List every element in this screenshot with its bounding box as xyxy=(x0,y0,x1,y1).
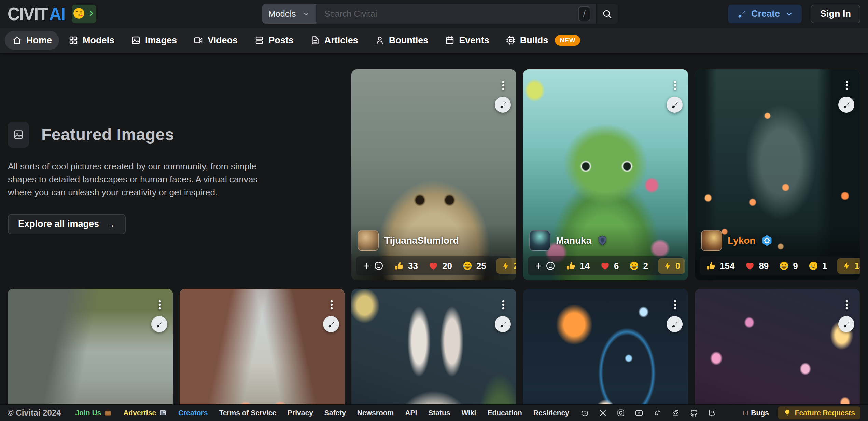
tiktok-icon[interactable] xyxy=(653,408,662,417)
avatar[interactable] xyxy=(358,230,379,251)
footer-link-education[interactable]: Education xyxy=(487,409,522,417)
card-image-electro-cat xyxy=(523,289,688,404)
remix-button[interactable] xyxy=(667,97,683,113)
reaction-zap[interactable]: 0 xyxy=(658,258,685,274)
reaction-heart[interactable]: 20 xyxy=(428,261,452,271)
instagram-icon[interactable] xyxy=(616,408,625,417)
avatar[interactable] xyxy=(529,230,550,251)
card-menu-button[interactable] xyxy=(667,75,683,96)
reaction-laugh[interactable]: 25 xyxy=(462,261,486,271)
civitai-home-page: CIVITAI Models / xyxy=(0,0,868,421)
reaction-zap[interactable]: 138 xyxy=(837,258,860,274)
main-content: Featured Images All sorts of cool pictur… xyxy=(0,53,868,404)
nav-item-images[interactable]: Images xyxy=(124,31,184,50)
sign-in-button[interactable]: Sign In xyxy=(811,5,860,23)
reaction-zap[interactable]: 20 xyxy=(496,258,516,274)
footer-link-advertise[interactable]: Advertise xyxy=(123,409,167,417)
twitch-icon[interactable] xyxy=(708,408,717,417)
nav-item-builds[interactable]: Builds NEW xyxy=(499,31,587,50)
reaction-laugh[interactable]: 2 xyxy=(629,261,648,271)
card-menu-button[interactable] xyxy=(839,75,855,96)
card-menu-button[interactable] xyxy=(495,75,512,96)
heart-count: 89 xyxy=(759,261,769,271)
add-reaction-button[interactable] xyxy=(534,261,556,271)
card-menu-button[interactable] xyxy=(152,294,168,315)
reaction-laugh[interactable]: 9 xyxy=(779,261,798,271)
image-card-rabbit[interactable] xyxy=(351,289,516,404)
footer-link-join-us[interactable]: Join Us xyxy=(75,409,112,417)
card-menu-button[interactable] xyxy=(323,294,340,315)
image-card-winged-kitten[interactable] xyxy=(695,289,860,404)
footer-link-creators[interactable]: Creators xyxy=(178,409,208,417)
create-button[interactable]: Create xyxy=(728,5,802,23)
reddit-icon[interactable] xyxy=(671,408,680,418)
github-icon[interactable] xyxy=(689,408,699,418)
remix-button[interactable] xyxy=(323,316,339,332)
reaction-like[interactable]: 154 xyxy=(706,261,734,271)
remix-button[interactable] xyxy=(495,97,511,113)
nav-item-bounties[interactable]: Bounties xyxy=(367,31,436,50)
youtube-icon[interactable] xyxy=(634,408,644,418)
discord-icon[interactable] xyxy=(580,408,589,418)
nav-item-home[interactable]: Home xyxy=(5,31,59,50)
card-overlay: Lykon 154 89 xyxy=(695,225,860,280)
avatar[interactable] xyxy=(701,230,722,251)
image-card-city-rat[interactable] xyxy=(180,289,345,404)
heart-icon xyxy=(428,261,438,271)
search-input[interactable] xyxy=(316,9,596,19)
remix-button[interactable] xyxy=(495,316,511,332)
image-card-frog-queen[interactable]: Manuka 14 xyxy=(523,69,688,280)
bugs-link[interactable]: □ Bugs xyxy=(744,409,769,417)
user-row[interactable]: Lykon xyxy=(700,230,855,251)
nav-item-posts[interactable]: Posts xyxy=(247,31,301,50)
civitai-logo[interactable]: CIVITAI xyxy=(8,3,65,25)
new-badge: NEW xyxy=(555,35,580,46)
reaction-bar: 33 20 25 20 xyxy=(356,256,512,275)
footer-link-safety[interactable]: Safety xyxy=(324,409,346,417)
footer-link-privacy[interactable]: Privacy xyxy=(288,409,313,417)
top-header: CIVITAI Models / xyxy=(0,0,868,28)
card-menu-button[interactable] xyxy=(839,294,855,315)
username[interactable]: Manuka xyxy=(556,235,591,246)
footer-link-terms[interactable]: Terms of Service xyxy=(219,409,276,417)
image-card-jet-wreck[interactable] xyxy=(8,289,173,404)
nav-item-videos[interactable]: Videos xyxy=(186,31,245,50)
user-row[interactable]: Manuka xyxy=(528,230,683,251)
nav-item-events[interactable]: Events xyxy=(437,31,496,50)
explore-all-images-button[interactable]: Explore all images → xyxy=(8,214,126,234)
username[interactable]: Lykon xyxy=(728,235,755,246)
remix-button[interactable] xyxy=(838,316,854,332)
footer-link-api[interactable]: API xyxy=(405,409,417,417)
add-reaction-button[interactable] xyxy=(362,261,384,271)
image-card-electro-cat[interactable] xyxy=(523,289,688,404)
footer-link-status[interactable]: Status xyxy=(428,409,450,417)
smiley-icon xyxy=(374,261,384,271)
card-menu-button[interactable] xyxy=(667,294,683,315)
nav-item-articles[interactable]: Articles xyxy=(303,31,365,50)
reaction-like[interactable]: 14 xyxy=(566,261,590,271)
emoji-event-button[interactable] xyxy=(72,5,96,23)
remix-button[interactable] xyxy=(151,316,167,332)
footer-link-wiki[interactable]: Wiki xyxy=(461,409,476,417)
reaction-heart[interactable]: 89 xyxy=(745,261,769,271)
feature-requests-button[interactable]: Feature Requests xyxy=(778,406,860,419)
image-card-creature[interactable]: TijuanaSlumlord 33 20 xyxy=(351,69,516,280)
footer-link-newsroom[interactable]: Newsroom xyxy=(357,409,394,417)
thumbs-up-icon xyxy=(706,261,716,271)
user-row[interactable]: TijuanaSlumlord xyxy=(356,230,512,251)
card-menu-button[interactable] xyxy=(495,294,512,315)
member-shield-badge-icon xyxy=(597,235,608,246)
search-category-select[interactable]: Models xyxy=(262,4,316,24)
x-icon[interactable] xyxy=(599,409,607,417)
search-submit-button[interactable] xyxy=(596,4,618,24)
remix-button[interactable] xyxy=(838,97,854,113)
footer-link-residency[interactable]: Residency xyxy=(533,409,569,417)
nav-item-models[interactable]: Models xyxy=(61,31,122,50)
newspaper-icon xyxy=(159,409,167,417)
remix-button[interactable] xyxy=(667,316,683,332)
reaction-cry[interactable]: 1 xyxy=(808,261,827,271)
username[interactable]: TijuanaSlumlord xyxy=(384,235,459,246)
image-card-glow-forest[interactable]: Lykon 154 89 xyxy=(695,69,860,280)
reaction-heart[interactable]: 6 xyxy=(600,261,619,271)
reaction-like[interactable]: 33 xyxy=(394,261,418,271)
